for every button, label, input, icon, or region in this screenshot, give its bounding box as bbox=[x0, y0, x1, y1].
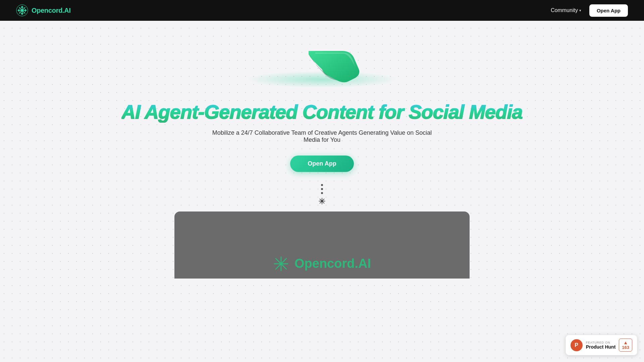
hand-icon bbox=[272, 41, 372, 95]
opencord-small-icon bbox=[318, 197, 326, 205]
logo-text: Opencord.AI bbox=[32, 7, 71, 14]
product-hunt-info: FEATURED ON Product Hunt bbox=[586, 341, 616, 350]
main-content: AI Agent-Generated Content for Social Me… bbox=[0, 0, 644, 279]
hero-illustration bbox=[238, 41, 406, 95]
chevron-down-icon: ▾ bbox=[579, 8, 581, 13]
product-hunt-name: Product Hunt bbox=[586, 344, 616, 350]
open-app-nav-button[interactable]: Open App bbox=[589, 4, 628, 17]
community-label: Community bbox=[551, 7, 578, 13]
dot-1 bbox=[321, 184, 323, 186]
product-hunt-icon: P bbox=[571, 339, 583, 351]
hero-section: AI Agent-Generated Content for Social Me… bbox=[0, 21, 644, 279]
community-button[interactable]: Community ▾ bbox=[551, 7, 581, 13]
navbar: Opencord.AI Community ▾ Open App bbox=[0, 0, 644, 21]
hero-subheading: Mobilize a 24/7 Collaborative Team of Cr… bbox=[205, 129, 439, 143]
logo-icon bbox=[16, 4, 28, 16]
upvote-arrow-icon: ▲ bbox=[623, 340, 628, 345]
connector bbox=[318, 184, 326, 205]
preview-logo-icon bbox=[273, 256, 289, 272]
preview-card: Opencord.AI bbox=[174, 212, 470, 279]
upvote-count: 163 bbox=[622, 345, 629, 350]
product-hunt-upvote[interactable]: ▲ 163 bbox=[619, 339, 632, 352]
preview-brand-text: Opencord.AI bbox=[294, 256, 371, 271]
logo-link[interactable]: Opencord.AI bbox=[16, 4, 71, 16]
product-hunt-featured-label: FEATURED ON bbox=[586, 341, 616, 344]
hero-heading: AI Agent-Generated Content for Social Me… bbox=[121, 101, 523, 123]
product-hunt-badge[interactable]: P FEATURED ON Product Hunt ▲ 163 bbox=[566, 335, 637, 355]
dot-3 bbox=[321, 192, 323, 194]
preview-card-inner: Opencord.AI bbox=[273, 256, 371, 272]
dot-2 bbox=[321, 188, 323, 190]
hero-cta-button[interactable]: Open App bbox=[290, 156, 354, 172]
nav-right: Community ▾ Open App bbox=[551, 4, 628, 17]
